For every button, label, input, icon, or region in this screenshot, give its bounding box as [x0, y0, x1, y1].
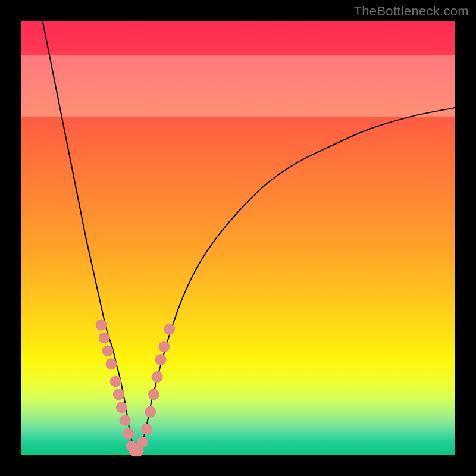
- scatter-dot: [110, 375, 121, 387]
- scatter-dot: [155, 354, 167, 365]
- scatter-dot: [123, 428, 134, 439]
- chart-stage: TheBottleneck.com: [0, 0, 476, 476]
- scatter-dot: [148, 389, 159, 400]
- scatter-dot: [158, 341, 170, 352]
- watermark-text: TheBottleneck.com: [354, 4, 469, 19]
- right-curve: [138, 108, 455, 455]
- scatter-dot: [141, 424, 152, 435]
- scatter-dot: [116, 402, 127, 413]
- scatter-dot: [113, 389, 124, 400]
- curve-layer: [21, 21, 455, 455]
- scatter-dot: [120, 415, 131, 426]
- scatter-dot: [99, 332, 110, 343]
- scatter-dot: [164, 324, 175, 335]
- scatter-dot: [96, 320, 107, 331]
- left-curve: [43, 21, 134, 451]
- scatter-dot: [102, 345, 114, 356]
- scatter-dot: [145, 406, 156, 418]
- scatter-dots: [96, 320, 176, 457]
- scatter-dot: [105, 358, 117, 369]
- scatter-dot: [152, 371, 163, 383]
- plot-area: [21, 21, 455, 455]
- scatter-dot: [137, 437, 148, 448]
